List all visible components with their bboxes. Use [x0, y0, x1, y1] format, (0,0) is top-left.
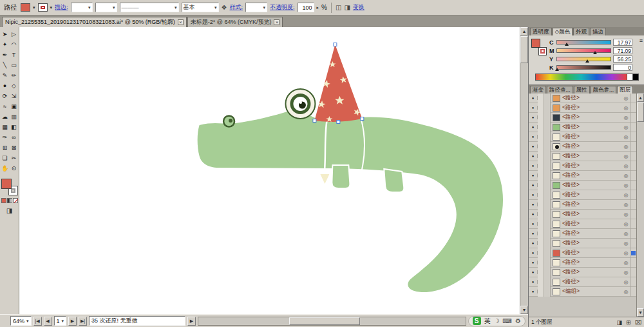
- tool-free-transform-icon[interactable]: ▣: [10, 101, 19, 112]
- tool-selection-icon[interactable]: ➤: [1, 29, 10, 39]
- tool-zoom-icon[interactable]: ⊙: [10, 163, 19, 173]
- selection-column[interactable]: [630, 210, 636, 219]
- layer-name[interactable]: <路径>: [562, 114, 622, 121]
- selection-column[interactable]: [630, 190, 636, 200]
- target-circle-icon[interactable]: ◎: [622, 163, 630, 169]
- sogou-logo-icon[interactable]: S: [473, 317, 481, 325]
- target-circle-icon[interactable]: ◎: [622, 212, 630, 217]
- layer-thumbnail[interactable]: [553, 134, 560, 141]
- chevron-down-icon[interactable]: ▾: [33, 5, 35, 10]
- layer-name[interactable]: <路径>: [562, 181, 622, 189]
- target-circle-icon[interactable]: ◎: [622, 279, 630, 285]
- layer-name[interactable]: <路径>: [562, 133, 622, 141]
- layer-name[interactable]: <路径>: [562, 249, 622, 257]
- page-number-combo[interactable]: 1▾: [54, 316, 67, 326]
- panel-tab[interactable]: 外观: [573, 28, 589, 35]
- layer-name[interactable]: <路径>: [562, 162, 622, 170]
- panel-tab[interactable]: 路径查...: [547, 86, 573, 94]
- tool-type-icon[interactable]: T: [10, 50, 19, 60]
- lock-toggle[interactable]: [538, 210, 544, 219]
- selection-column[interactable]: [630, 152, 636, 161]
- layer-name[interactable]: <路径>: [562, 191, 622, 199]
- status-menu-button[interactable]: ▶: [187, 317, 196, 326]
- layer-row[interactable]: ●<路径>◎: [529, 258, 636, 268]
- selection-column[interactable]: [630, 239, 636, 248]
- layer-name[interactable]: <路径>: [562, 94, 622, 102]
- target-circle-icon[interactable]: ◎: [622, 154, 630, 159]
- lock-toggle[interactable]: [538, 123, 544, 132]
- lock-toggle[interactable]: [538, 171, 544, 181]
- lock-toggle[interactable]: [538, 239, 544, 248]
- layer-row[interactable]: ●<路径>◎: [529, 94, 636, 103]
- panel-fill-stroke[interactable]: [531, 39, 547, 55]
- panel-tab[interactable]: ◇颜色: [553, 28, 573, 35]
- selection-column[interactable]: [630, 248, 636, 258]
- stroke-weight-select[interactable]: ▾: [71, 3, 93, 12]
- layer-thumbnail[interactable]: [553, 163, 560, 170]
- moon-icon[interactable]: ☽: [494, 317, 500, 324]
- color-spectrum[interactable]: [535, 74, 627, 81]
- selection-column[interactable]: [630, 181, 636, 190]
- visibility-eye-icon[interactable]: ●: [529, 222, 538, 226]
- tool-line-segment-icon[interactable]: ╲: [1, 60, 10, 70]
- spinner-icon[interactable]: ▸: [317, 5, 319, 10]
- selection-column[interactable]: [630, 277, 636, 287]
- white-swatch[interactable]: [627, 74, 633, 81]
- tool-gradient-icon[interactable]: ◧: [10, 122, 19, 132]
- layers-scrollbar[interactable]: ▲ ▼: [636, 94, 644, 317]
- tool-blend-icon[interactable]: ∞: [10, 132, 19, 143]
- tool-rectangle-icon[interactable]: ▭: [10, 60, 19, 70]
- slider-thumb-icon[interactable]: [585, 57, 589, 63]
- stroke-link[interactable]: 描边:: [55, 3, 68, 12]
- layer-row[interactable]: ●<路径>◎: [529, 277, 636, 287]
- layer-thumbnail[interactable]: [553, 221, 560, 228]
- layer-thumbnail[interactable]: [553, 240, 560, 247]
- target-circle-icon[interactable]: ◎: [622, 250, 630, 256]
- tool-column-graph-icon[interactable]: ▥: [10, 112, 19, 122]
- lock-toggle[interactable]: [538, 103, 544, 113]
- layer-name[interactable]: <编组>: [562, 288, 622, 295]
- tool-scale-icon[interactable]: ⇲: [10, 91, 19, 101]
- lock-toggle[interactable]: [538, 142, 544, 152]
- layer-thumbnail[interactable]: [553, 153, 560, 160]
- tool-magic-wand-icon[interactable]: ✦: [1, 39, 10, 50]
- settings-wrench-icon[interactable]: ⚙: [515, 317, 521, 324]
- lock-toggle[interactable]: [538, 219, 544, 229]
- panel-tab[interactable]: 描边: [590, 28, 606, 35]
- target-circle-icon[interactable]: ◎: [622, 124, 630, 130]
- visibility-eye-icon[interactable]: ●: [529, 270, 538, 274]
- ime-language-indicator[interactable]: 英: [484, 317, 491, 326]
- target-circle-icon[interactable]: ◎: [622, 115, 630, 121]
- layer-name[interactable]: <路径>: [562, 210, 622, 218]
- visibility-eye-icon[interactable]: ●: [529, 232, 538, 235]
- scroll-up-icon[interactable]: ▲: [637, 94, 644, 102]
- target-circle-icon[interactable]: ◎: [622, 270, 630, 275]
- lock-toggle[interactable]: [538, 268, 544, 277]
- stroke-profile-select[interactable]: ———▾: [120, 3, 179, 12]
- layer-row[interactable]: ●<编组>◎: [529, 287, 636, 297]
- layer-thumbnail[interactable]: [553, 288, 560, 295]
- tool-live-paint-bucket-icon[interactable]: ⊞: [1, 143, 10, 153]
- close-icon[interactable]: ×: [274, 19, 279, 25]
- target-circle-icon[interactable]: ◎: [622, 241, 630, 246]
- layer-row[interactable]: ●<路径>◎: [529, 210, 636, 219]
- visibility-eye-icon[interactable]: ●: [529, 96, 538, 100]
- selection-column[interactable]: [630, 219, 636, 229]
- panel-tab[interactable]: 颜色参...: [591, 86, 617, 94]
- visibility-eye-icon[interactable]: ●: [529, 193, 538, 197]
- layer-row[interactable]: ●<路径>◎: [529, 171, 636, 181]
- layer-name[interactable]: <路径>: [562, 220, 622, 228]
- layer-thumbnail[interactable]: [553, 201, 560, 208]
- tool-width-icon[interactable]: ≈: [1, 101, 10, 112]
- selection-column[interactable]: [630, 161, 636, 171]
- layer-row[interactable]: ●<路径>◎: [529, 113, 636, 123]
- crocodile-artwork[interactable]: [19, 27, 520, 314]
- layer-name[interactable]: <路径>: [562, 268, 622, 276]
- lock-toggle[interactable]: [538, 258, 544, 268]
- transform-link[interactable]: 变换: [353, 3, 365, 12]
- lock-toggle[interactable]: [538, 248, 544, 258]
- selection-column[interactable]: [630, 200, 636, 210]
- layer-row[interactable]: ●<路径>◎: [529, 219, 636, 229]
- target-circle-icon[interactable]: ◎: [622, 221, 630, 227]
- visibility-eye-icon[interactable]: ●: [529, 106, 538, 110]
